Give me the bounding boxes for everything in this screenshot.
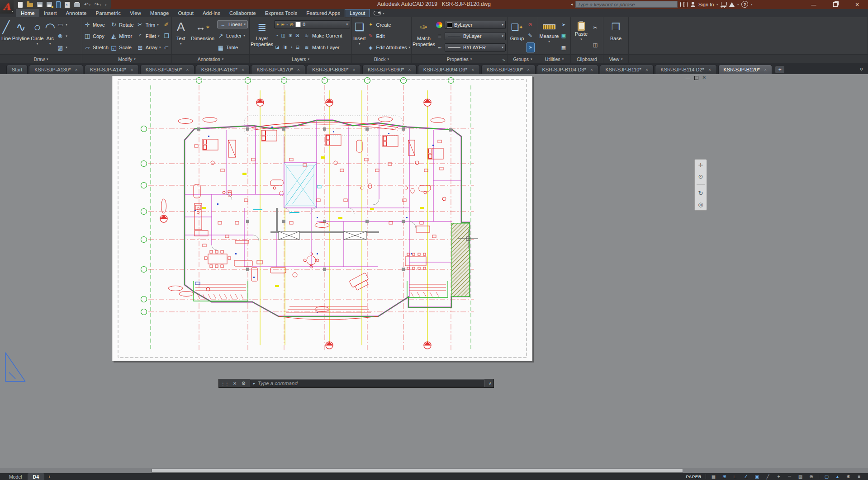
- ribbon-tab-home[interactable]: Home: [16, 9, 39, 17]
- application-menu-button[interactable]: A ▾: [0, 0, 14, 14]
- offset-button[interactable]: ⊂: [163, 43, 170, 52]
- file-tab[interactable]: KSR-SJP-B080*: [307, 65, 361, 74]
- tab-close-icon[interactable]: [242, 68, 245, 72]
- plot-button[interactable]: [74, 2, 80, 7]
- panel-label-view[interactable]: View▾: [603, 54, 628, 63]
- edit-attributes-button[interactable]: ◈Edit Attributes▾: [367, 43, 410, 52]
- help-caret-icon[interactable]: ▾: [751, 3, 752, 6]
- sign-in-caret-icon[interactable]: ▾: [716, 3, 718, 6]
- annotation-visibility-icon[interactable]: ▢: [823, 475, 830, 479]
- panel-label-modify[interactable]: Modify▾: [82, 54, 171, 63]
- search-collapse-arrow[interactable]: ◂: [571, 2, 573, 6]
- ellipse-button[interactable]: ⊜▾: [57, 32, 67, 41]
- customize-icon[interactable]: ≡: [856, 475, 863, 479]
- lineweight-dropdown[interactable]: ByLayer ▾: [445, 32, 506, 40]
- drawing-restore-button[interactable]: [694, 76, 698, 80]
- fillet-button[interactable]: ◜Fillet▾: [137, 32, 161, 41]
- command-customize-icon[interactable]: ⚙: [239, 381, 248, 386]
- arc-button[interactable]: ◠ Arc ▾: [45, 18, 55, 54]
- ribbon-tab-express-tools[interactable]: Express Tools: [261, 9, 302, 17]
- paper-space-indicator[interactable]: PAPER: [686, 474, 702, 479]
- object-color-dropdown[interactable]: ByLayer ▾: [445, 21, 506, 29]
- panel-label-groups[interactable]: Groups▾: [508, 54, 538, 63]
- file-tab[interactable]: KSR-SJP-B110*: [600, 65, 654, 74]
- file-tab-start[interactable]: Start: [6, 65, 28, 74]
- quick-select-button[interactable]: ➤: [560, 20, 567, 29]
- sign-in-button[interactable]: Sign In: [698, 2, 714, 7]
- file-tab[interactable]: KSR-SJP-A130*: [29, 65, 83, 74]
- panel-label-clipboard[interactable]: Clipboard: [571, 54, 603, 63]
- layer-properties-button[interactable]: ≣ Layer Properties: [251, 18, 273, 54]
- ribbon-tab-collaborate[interactable]: Collaborate: [225, 9, 261, 17]
- orbit-tool-icon[interactable]: ↻: [698, 190, 703, 197]
- drawing-minimize-button[interactable]: —: [686, 75, 690, 80]
- trim-button[interactable]: ✂Trim▾: [137, 20, 161, 29]
- tab-close-icon[interactable]: [527, 68, 530, 72]
- layer-dropdown[interactable]: ● ☀ ▫ ⊝ 0 ▾: [274, 20, 350, 28]
- layout-tab-d4[interactable]: D4: [28, 473, 44, 480]
- file-tab[interactable]: KSR-SJP-B104 D3*: [537, 65, 599, 74]
- file-tab[interactable]: KSR-SJP-A140*: [85, 65, 139, 74]
- snap-toggle-icon[interactable]: ⊞: [721, 475, 728, 479]
- model-tab[interactable]: Model: [4, 473, 28, 480]
- measure-button[interactable]: Measure ▾: [540, 18, 559, 54]
- tab-close-icon[interactable]: [408, 68, 411, 72]
- pan-tool-icon[interactable]: ✛: [698, 162, 703, 169]
- ribbon-display-toggle[interactable]: ▾: [374, 9, 384, 17]
- tab-overflow-icon[interactable]: »: [859, 68, 865, 71]
- text-button[interactable]: A Text ▾: [173, 18, 189, 54]
- ribbon-tab-layout[interactable]: Layout: [345, 9, 370, 17]
- panel-label-utilities[interactable]: Utilities▾: [538, 54, 570, 63]
- table-button[interactable]: ▦Table: [217, 43, 248, 52]
- paste-button[interactable]: Paste ▾: [572, 18, 590, 54]
- ribbon-tab-manage[interactable]: Manage: [146, 9, 174, 17]
- quick-calc-button[interactable]: ▦: [560, 43, 567, 52]
- scrollbar-thumb[interactable]: [152, 469, 683, 473]
- create-block-button[interactable]: ✦Create: [367, 20, 410, 29]
- tab-close-icon[interactable]: [75, 68, 78, 72]
- app-store-icon[interactable]: [729, 2, 735, 7]
- save-button[interactable]: [37, 2, 43, 7]
- polyline-button[interactable]: ∿ Polyline: [12, 18, 30, 54]
- file-tab[interactable]: KSR-SJP-A160*: [196, 65, 250, 74]
- new-layout-button[interactable]: +: [44, 474, 54, 480]
- save-as-button[interactable]: [47, 2, 52, 7]
- tab-close-icon[interactable]: [645, 68, 649, 72]
- linear-dimension-dropdown[interactable]: ↔ Linear ▾: [217, 20, 248, 28]
- edit-block-button[interactable]: ✎Edit: [367, 32, 410, 41]
- ribbon-tab-output[interactable]: Output: [173, 9, 198, 17]
- ungroup-button[interactable]: ⊘: [526, 20, 535, 29]
- ribbon-tab-annotate[interactable]: Annotate: [61, 9, 91, 17]
- drawing-canvas[interactable]: — ✕ ✛ ⊙ ↻ ◎ ⋮⋮ ✕ ⚙ ▸ Type a command ∧: [0, 74, 868, 473]
- store-cart-icon[interactable]: [721, 2, 726, 7]
- rotate-button[interactable]: ↻Rotate: [110, 20, 135, 29]
- command-input[interactable]: ▸ Type a command: [250, 379, 485, 387]
- linetype-dropdown[interactable]: BYLAYER ▾: [445, 43, 506, 52]
- zoom-tool-icon[interactable]: ⊙: [698, 173, 703, 180]
- tab-close-icon[interactable]: [471, 68, 474, 72]
- panel-label-layers[interactable]: Layers▾: [250, 54, 351, 63]
- dynamic-input-toggle-icon[interactable]: +: [775, 475, 782, 479]
- panel-label-block[interactable]: Block▾: [352, 54, 411, 63]
- command-close-icon[interactable]: ✕: [231, 381, 239, 386]
- restore-button[interactable]: [825, 0, 846, 9]
- ribbon-tab-insert[interactable]: Insert: [39, 9, 62, 17]
- tab-close-icon[interactable]: [352, 68, 356, 72]
- leader-button[interactable]: ↗Leader▾: [217, 31, 248, 40]
- match-layer-button[interactable]: Match Layer: [312, 45, 340, 50]
- hatch-button[interactable]: ▨▾: [57, 43, 67, 52]
- tab-close-icon[interactable]: [130, 68, 133, 72]
- mirror-button[interactable]: ◭Mirror: [110, 32, 135, 41]
- file-tab-active[interactable]: KSR-SJP-B120*: [718, 65, 773, 74]
- circle-button[interactable]: ○ Circle ▾: [31, 18, 43, 54]
- help-search-input[interactable]: Type a keyword or phrase: [575, 1, 678, 8]
- minimize-button[interactable]: —: [803, 0, 825, 9]
- color-wheel-button[interactable]: [436, 20, 443, 29]
- file-tab[interactable]: KSR-SJP-B094 D3*: [418, 65, 480, 74]
- erase-button[interactable]: ✐: [163, 20, 170, 29]
- file-tab[interactable]: KSR-SJP-A150*: [140, 65, 194, 74]
- tab-close-icon[interactable]: [590, 68, 593, 72]
- command-history-expand-icon[interactable]: ∧: [487, 381, 493, 386]
- cut-button[interactable]: ✂: [592, 23, 599, 32]
- file-tab[interactable]: KSR-SJP-B114 D2*: [655, 65, 716, 74]
